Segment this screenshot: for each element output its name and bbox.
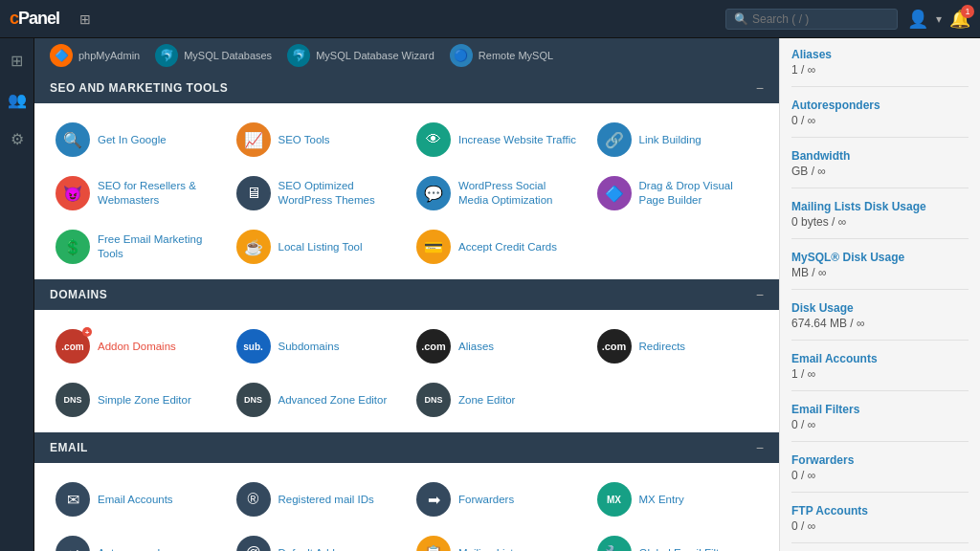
tool-email-accounts[interactable]: ✉ Email Accounts [50, 474, 223, 524]
left-sidebar: ⊞ 👥 ⚙ [0, 38, 34, 551]
registered-mail-icon: ® [236, 482, 271, 517]
autoresponders-label: Autoresponders [98, 546, 175, 551]
stat-item-7: Email Filters 0 / ∞ [791, 403, 969, 442]
tool-seo-resellers[interactable]: 😈 SEO for Resellers & Webmasters [50, 168, 223, 218]
tool-seo-tools[interactable]: 📈 SEO Tools [231, 115, 404, 165]
wp-social-icon: 💬 [416, 176, 451, 210]
mx-entry-icon: MX [597, 482, 632, 517]
seo-collapse-btn[interactable]: − [756, 80, 764, 96]
stat-label-4: MySQL® Disk Usage [791, 251, 969, 264]
tool-increase-traffic[interactable]: 👁 Increase Website Traffic [411, 115, 584, 165]
tool-global-email-filters[interactable]: 🔧 Global Email Filters [591, 528, 765, 551]
tool-redirects[interactable]: .com Redirects [591, 321, 765, 371]
tool-addon-domains[interactable]: .com + Addon Domains [50, 321, 223, 371]
tool-drag-drop[interactable]: 🔷 Drag & Drop Visual Page Builder [591, 168, 765, 218]
stat-value-7: 0 / ∞ [791, 418, 815, 431]
right-panel: Aliases 1 / ∞ Autoresponders 0 / ∞ Bandw… [779, 38, 980, 551]
default-address-label: Default Address [278, 546, 356, 551]
bell-badge[interactable]: 🔔 1 [949, 9, 970, 30]
domains-collapse-btn[interactable]: − [756, 287, 764, 302]
addon-domains-icon: .com + [56, 329, 90, 364]
logo: cPanel [10, 9, 59, 29]
tool-autoresponders[interactable]: ↩ Autoresponders [50, 528, 223, 551]
subdomains-label: Subdomains [278, 340, 340, 354]
main-content: 🔷 phpMyAdmin 🐬 MySQL Databases 🐬 MySQL D… [34, 38, 779, 551]
tool-registered-mail[interactable]: ® Registered mail IDs [231, 474, 404, 524]
top-nav: cPanel ⊞ 🔍 👤 ▾ 🔔 1 [0, 0, 980, 38]
advanced-zone-icon: DNS [236, 383, 271, 417]
aliases-icon: .com [416, 329, 451, 364]
redirects-icon: .com [597, 329, 632, 364]
email-title: EMAIL [50, 441, 88, 454]
seo-resellers-label: SEO for Resellers & Webmasters [98, 179, 217, 208]
tool-default-address[interactable]: @ Default Address [231, 528, 404, 551]
sidebar-icon-users[interactable]: 👥 [2, 85, 33, 115]
accept-credit-label: Accept Credit Cards [458, 240, 557, 254]
tool-mx-entry[interactable]: MX MX Entry [591, 474, 765, 524]
subdomains-icon: sub. [236, 329, 271, 364]
tool-link-building[interactable]: 🔗 Link Building [591, 115, 765, 165]
nav-right: 👤 ▾ 🔔 1 [907, 9, 970, 30]
stat-label-9: FTP Accounts [791, 504, 969, 518]
addon-domains-label: Addon Domains [98, 340, 176, 354]
tool-email-marketing[interactable]: 💲 Free Email Marketing Tools [50, 222, 223, 272]
zone-editor-icon: DNS [416, 383, 451, 417]
strip-item-mysql-wizard[interactable]: 🐬 MySQL Database Wizard [287, 44, 434, 67]
tool-forwarders[interactable]: ➡ Forwarders [411, 474, 584, 524]
mysql-wizard-icon: 🐬 [287, 44, 310, 67]
tool-local-listing[interactable]: ☕ Local Listing Tool [231, 222, 404, 272]
stat-value-0: 1 / ∞ [791, 63, 815, 77]
tool-get-in-google[interactable]: 🔍 Get In Google [50, 115, 223, 165]
redirects-label: Redirects [639, 340, 686, 354]
tool-advanced-zone[interactable]: DNS Advanced Zone Editor [231, 375, 404, 425]
user-icon[interactable]: 👤 [907, 9, 928, 30]
domains-tool-grid: .com + Addon Domains sub. Subdomains .co… [50, 321, 764, 425]
domains-section-body: .com + Addon Domains sub. Subdomains .co… [34, 310, 779, 432]
seo-tools-icon: 📈 [236, 122, 271, 157]
email-collapse-btn[interactable]: − [756, 440, 764, 455]
mysql-wizard-label: MySQL Database Wizard [316, 50, 434, 61]
drag-drop-label: Drag & Drop Visual Page Builder [639, 179, 759, 208]
strip-item-phpmyadmin[interactable]: 🔷 phpMyAdmin [50, 44, 140, 67]
strip-item-mysql[interactable]: 🐬 MySQL Databases [155, 44, 272, 67]
chevron-down-icon[interactable]: ▾ [936, 12, 942, 26]
remote-mysql-label: Remote MySQL [479, 50, 553, 61]
stat-value-2: GB / ∞ [791, 165, 826, 178]
get-in-google-label: Get In Google [98, 133, 167, 147]
global-email-filters-icon: 🔧 [597, 536, 632, 551]
tool-accept-credit-cards[interactable]: 💳 Accept Credit Cards [411, 222, 584, 272]
stat-item-4: MySQL® Disk Usage MB / ∞ [791, 251, 969, 290]
tool-seo-wordpress[interactable]: 🖥 SEO Optimized WordPress Themes [231, 168, 404, 218]
nav-icons: ⊞ [74, 8, 97, 31]
stat-item-5: Disk Usage 674.64 MB / ∞ [791, 301, 969, 341]
notification-badge: 1 [961, 5, 974, 18]
sidebar-icon-settings[interactable]: ⚙ [2, 124, 33, 154]
tool-mailing-lists[interactable]: 📋 Mailing Lists [411, 528, 584, 551]
tool-wp-social[interactable]: 💬 WordPress Social Media Optimization [411, 168, 584, 218]
mailing-lists-icon: 📋 [416, 536, 451, 551]
stat-item-8: Forwarders 0 / ∞ [791, 453, 969, 493]
strip-item-remote-mysql[interactable]: 🔵 Remote MySQL [450, 44, 553, 67]
zone-editor-label: Zone Editor [458, 393, 515, 408]
top-strip: 🔷 phpMyAdmin 🐬 MySQL Databases 🐬 MySQL D… [34, 38, 779, 73]
sidebar-icon-grid[interactable]: ⊞ [2, 46, 33, 76]
seo-tools-label: SEO Tools [278, 133, 330, 147]
grid-icon[interactable]: ⊞ [74, 8, 97, 31]
tool-aliases[interactable]: .com Aliases [411, 321, 584, 371]
stat-item-1: Autoresponders 0 / ∞ [791, 99, 969, 138]
search-icon: 🔍 [734, 12, 748, 26]
domains-section-header: DOMAINS − [34, 279, 779, 310]
email-tool-grid: ✉ Email Accounts ® Registered mail IDs ➡… [50, 474, 764, 551]
tool-simple-zone[interactable]: DNS Simple Zone Editor [50, 375, 223, 425]
tool-zone-editor[interactable]: DNS Zone Editor [411, 375, 584, 425]
drag-drop-icon: 🔷 [597, 176, 632, 210]
link-building-label: Link Building [639, 133, 702, 147]
remote-mysql-icon: 🔵 [450, 44, 473, 67]
seo-section-body: 🔍 Get In Google 📈 SEO Tools 👁 Increase W… [34, 103, 779, 279]
tool-subdomains[interactable]: sub. Subdomains [231, 321, 404, 371]
search-input[interactable] [752, 12, 889, 26]
stat-value-9: 0 / ∞ [791, 519, 815, 533]
advanced-zone-label: Advanced Zone Editor [278, 393, 388, 408]
stat-label-3: Mailing Lists Disk Usage [791, 200, 969, 213]
seo-section-header: SEO AND MARKETING TOOLS − [34, 73, 779, 103]
